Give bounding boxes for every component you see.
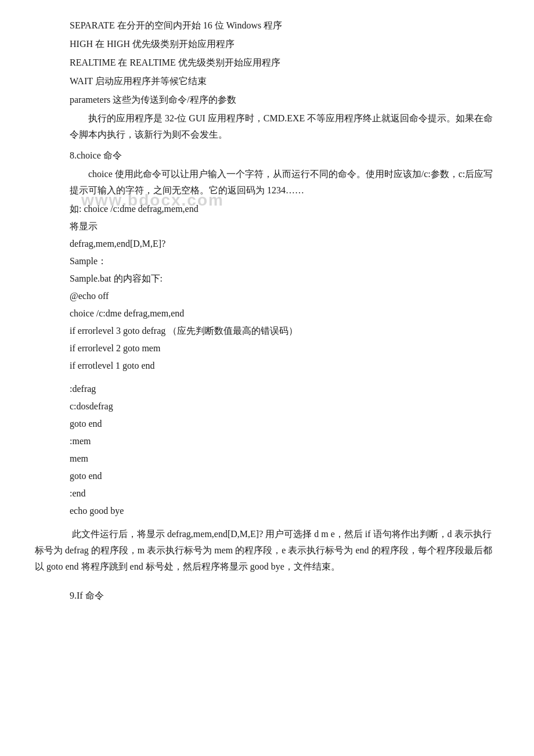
blank-3 — [35, 577, 499, 583]
code-choice-cmd: choice /c:dme defrag,mem,end — [35, 305, 499, 322]
line-high: HIGH 在 HIGH 优先级类别开始应用程序 — [35, 36, 499, 52]
para-choice-desc: choice 使用此命令可以让用户输入一个字符，从而运行不同的命令。使用时应该加… — [35, 166, 499, 199]
line-parameters: parameters 这些为传送到命令/程序的参数 — [35, 92, 499, 108]
code-echo-off: @echo off — [35, 288, 499, 304]
blank-1 — [35, 375, 499, 381]
code-example-label: 如: choice /c:dme defrag,mem,end — [35, 201, 499, 217]
code-echo-goodbye: echo good bye — [35, 503, 499, 519]
section-if: 9.If 命令 — [35, 588, 499, 604]
para-summary: 此文件运行后，将显示 defrag,mem,end[D,M,E]? 用户可选择 … — [35, 526, 499, 575]
code-goto-end-2: goto end — [35, 468, 499, 484]
code-sample-bat: Sample.bat 的内容如下: — [35, 271, 499, 287]
code-dosdefrag: c:dosdefrag — [35, 398, 499, 415]
code-defrag-display: defrag,mem,end[D,M,E]? — [35, 236, 499, 252]
code-defrag-label: :defrag — [35, 381, 499, 397]
code-end-label: :end — [35, 485, 499, 502]
code-if-errotlevel-1: if errotlevel 1 goto end — [35, 358, 499, 374]
para-exec-gui: 执行的应用程序是 32-位 GUI 应用程序时，CMD.EXE 不等应用程序终止… — [35, 110, 499, 143]
code-mem-label: :mem — [35, 433, 499, 449]
code-mem-cmd: mem — [35, 451, 499, 467]
line-separate: SEPARATE 在分开的空间内开始 16 位 Windows 程序 — [35, 17, 499, 34]
section-choice: 8.choice 命令 — [35, 147, 499, 164]
code-jiangxianshi: 将显示 — [35, 218, 499, 235]
code-sample-label: Sample： — [35, 253, 499, 269]
code-if-errorlevel-2: if errorlevel 2 goto mem — [35, 340, 499, 357]
code-if-errorlevel-3: if errorlevel 3 goto defrag （应先判断数值最高的错误… — [35, 323, 499, 339]
line-wait: WAIT 启动应用程序并等候它结束 — [35, 73, 499, 89]
line-realtime: REALTIME 在 REALTIME 优先级类别开始应用程序 — [35, 55, 499, 71]
code-goto-end-1: goto end — [35, 416, 499, 432]
document-body: www.bdocx.com SEPARATE 在分开的空间内开始 16 位 Wi… — [35, 17, 499, 604]
blank-2 — [35, 520, 499, 526]
